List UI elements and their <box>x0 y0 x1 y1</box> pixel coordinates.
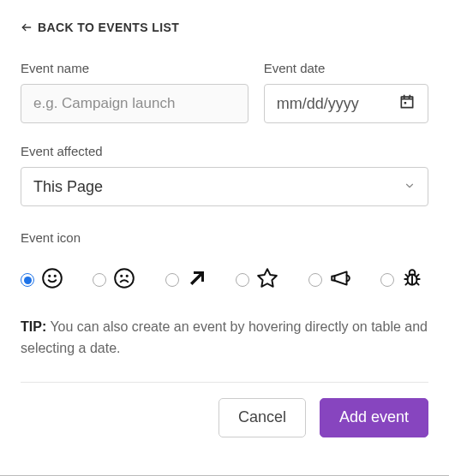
cancel-button[interactable]: Cancel <box>219 398 306 437</box>
tip-body: You can also create an event by hovering… <box>21 319 428 355</box>
svg-point-3 <box>55 276 56 277</box>
event-icon-option-megaphone[interactable] <box>308 267 351 293</box>
divider <box>21 382 428 383</box>
svg-marker-7 <box>258 269 277 287</box>
frown-icon <box>113 267 135 293</box>
event-icon-option-bug[interactable] <box>380 267 423 293</box>
svg-point-4 <box>116 269 135 288</box>
star-icon <box>256 267 278 293</box>
radio-icon <box>165 273 179 287</box>
event-icon-label: Event icon <box>21 230 428 245</box>
back-link-label: BACK TO EVENTS LIST <box>38 21 179 34</box>
megaphone-icon <box>329 267 351 293</box>
event-icon-option-star[interactable] <box>236 267 278 293</box>
event-affected-value: This Page <box>33 178 103 196</box>
event-name-input[interactable] <box>21 84 248 123</box>
event-date-label: Event date <box>264 61 428 75</box>
radio-icon <box>236 273 249 287</box>
calendar-icon <box>398 93 416 115</box>
tip-text: TIP: You can also create an event by hov… <box>21 317 428 360</box>
svg-point-2 <box>49 276 50 277</box>
event-icon-option-frown[interactable] <box>93 267 135 293</box>
event-name-label: Event name <box>21 61 248 75</box>
chevron-down-icon <box>404 178 416 196</box>
radio-icon <box>93 273 106 287</box>
add-event-button[interactable]: Add event <box>320 398 428 437</box>
svg-point-1 <box>43 269 62 288</box>
arrow-up-right-icon <box>186 268 207 292</box>
smile-icon <box>41 267 63 293</box>
tip-prefix: TIP: <box>21 319 46 334</box>
svg-point-5 <box>121 276 122 277</box>
svg-point-6 <box>127 276 128 277</box>
event-icon-option-arrow[interactable] <box>165 268 207 292</box>
event-icon-option-smile[interactable] <box>21 267 63 293</box>
back-to-events-link[interactable]: BACK TO EVENTS LIST <box>21 21 179 34</box>
bug-icon <box>401 267 423 293</box>
event-date-input[interactable]: mm/dd/yyyy <box>264 84 428 123</box>
radio-icon <box>21 273 34 287</box>
radio-icon <box>380 273 394 287</box>
event-affected-select[interactable]: This Page <box>21 167 428 206</box>
event-affected-label: Event affected <box>21 144 428 158</box>
radio-icon <box>308 273 322 287</box>
event-date-placeholder: mm/dd/yyyy <box>277 95 359 113</box>
arrow-left-icon <box>21 21 33 33</box>
